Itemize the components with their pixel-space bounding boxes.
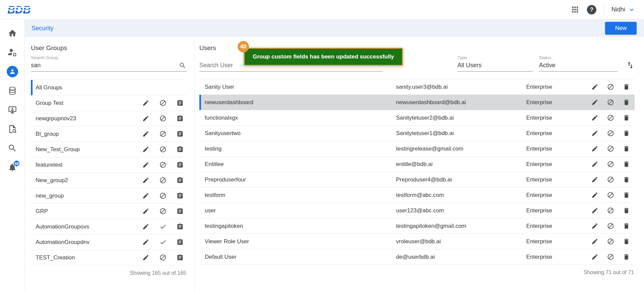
group-clipboard-icon[interactable] bbox=[177, 130, 184, 137]
block-user-icon[interactable] bbox=[607, 83, 614, 90]
group-block-icon[interactable] bbox=[159, 192, 166, 199]
group-row[interactable]: new_group bbox=[31, 188, 187, 204]
edit-group-icon[interactable] bbox=[142, 223, 149, 230]
edit-group-icon[interactable] bbox=[142, 115, 149, 122]
block-user-icon[interactable] bbox=[607, 176, 614, 183]
group-block-icon[interactable] bbox=[159, 208, 166, 215]
edit-group-icon[interactable] bbox=[142, 177, 149, 184]
group-block-icon[interactable] bbox=[159, 177, 166, 184]
block-user-icon[interactable] bbox=[607, 145, 614, 152]
group-clipboard-icon[interactable] bbox=[177, 146, 184, 153]
sidebar-item-search[interactable] bbox=[0, 138, 24, 158]
user-row[interactable]: Default User de@userbdb.ai Enterprise bbox=[199, 249, 635, 265]
bdb-logo[interactable]: BDB bbox=[7, 3, 50, 17]
user-row[interactable]: testing testingrelease@gmail.com Enterpr… bbox=[199, 141, 635, 157]
edit-group-icon[interactable] bbox=[142, 239, 149, 246]
sidebar-item-security[interactable] bbox=[0, 62, 24, 81]
group-block-icon[interactable] bbox=[159, 254, 166, 261]
group-clipboard-icon[interactable] bbox=[177, 239, 184, 246]
edit-user-icon[interactable] bbox=[591, 145, 598, 152]
type-select[interactable]: Type All Users bbox=[457, 55, 533, 72]
edit-group-icon[interactable] bbox=[142, 130, 149, 137]
user-menu[interactable]: Nidhi bbox=[611, 6, 635, 13]
all-groups-row[interactable]: All Groups bbox=[31, 80, 187, 95]
group-row[interactable]: New_Test_Group bbox=[31, 142, 187, 157]
delete-user-icon[interactable] bbox=[623, 114, 630, 121]
group-row[interactable]: BI_group bbox=[31, 126, 187, 142]
block-user-icon[interactable] bbox=[607, 99, 614, 106]
group-block-icon[interactable] bbox=[159, 161, 166, 168]
help-icon[interactable]: ? bbox=[587, 5, 596, 14]
edit-group-icon[interactable] bbox=[142, 208, 149, 215]
user-row[interactable]: Sanityusertwo Sanitytetuser1@bdb.ai Ente… bbox=[199, 126, 635, 141]
group-block-icon[interactable] bbox=[159, 99, 166, 107]
edit-group-icon[interactable] bbox=[142, 99, 149, 107]
edit-group-icon[interactable] bbox=[142, 161, 149, 168]
edit-user-icon[interactable] bbox=[591, 207, 598, 214]
user-row[interactable]: Preproduserfour Preproduser4@bdb.ai Ente… bbox=[199, 172, 635, 187]
sidebar-item-audit[interactable] bbox=[0, 119, 24, 138]
group-clipboard-icon[interactable] bbox=[177, 115, 184, 122]
sidebar-item-data-center[interactable] bbox=[0, 81, 24, 100]
group-row[interactable]: featuretest bbox=[31, 157, 187, 173]
edit-group-icon[interactable] bbox=[142, 192, 149, 199]
block-user-icon[interactable] bbox=[607, 114, 614, 121]
user-row[interactable]: Viewer Role User vroleuser@bdb.ai Enterp… bbox=[199, 234, 635, 249]
delete-user-icon[interactable] bbox=[623, 238, 630, 245]
group-block-icon[interactable] bbox=[159, 130, 166, 137]
user-row[interactable]: testingapitoken testingapitoken@gmail.co… bbox=[199, 218, 635, 234]
edit-user-icon[interactable] bbox=[591, 253, 598, 260]
sidebar-item-user-settings[interactable] bbox=[0, 43, 24, 62]
edit-user-icon[interactable] bbox=[591, 192, 598, 199]
sidebar-item-workspace[interactable] bbox=[0, 100, 24, 119]
group-clipboard-icon[interactable] bbox=[177, 161, 184, 168]
apps-grid-icon[interactable] bbox=[571, 5, 580, 14]
group-search-icon[interactable] bbox=[179, 62, 186, 69]
group-block-icon[interactable] bbox=[159, 115, 166, 122]
group-check-icon[interactable] bbox=[159, 223, 166, 230]
delete-user-icon[interactable] bbox=[623, 192, 630, 199]
group-clipboard-icon[interactable] bbox=[177, 177, 184, 184]
edit-user-icon[interactable] bbox=[591, 99, 598, 106]
delete-user-icon[interactable] bbox=[623, 161, 630, 168]
user-row[interactable]: newuserdashboard newuserdashboard@bdb.ai… bbox=[199, 95, 635, 110]
block-user-icon[interactable] bbox=[607, 253, 614, 260]
block-user-icon[interactable] bbox=[607, 130, 614, 137]
group-clipboard-icon[interactable] bbox=[177, 223, 184, 230]
edit-user-icon[interactable] bbox=[591, 130, 598, 137]
edit-user-icon[interactable] bbox=[591, 161, 598, 168]
delete-user-icon[interactable] bbox=[623, 222, 630, 229]
group-row[interactable]: GRP bbox=[31, 204, 187, 219]
delete-user-icon[interactable] bbox=[623, 83, 630, 90]
group-clipboard-icon[interactable] bbox=[177, 254, 184, 261]
delete-user-icon[interactable] bbox=[623, 99, 630, 106]
group-check-icon[interactable] bbox=[159, 239, 166, 246]
delete-user-icon[interactable] bbox=[623, 176, 630, 183]
new-button[interactable]: New bbox=[605, 22, 637, 35]
group-clipboard-icon[interactable] bbox=[177, 208, 184, 215]
block-user-icon[interactable] bbox=[607, 222, 614, 229]
user-row[interactable]: user user123@abc.com Enterprise bbox=[199, 203, 635, 218]
user-row[interactable]: Entitlee entitle@bdb.ai Enterprise bbox=[199, 157, 635, 172]
edit-user-icon[interactable] bbox=[591, 222, 598, 229]
group-clipboard-icon[interactable] bbox=[177, 192, 184, 199]
group-row[interactable]: newgrpupnov23 bbox=[31, 111, 187, 126]
group-clipboard-icon[interactable] bbox=[177, 99, 184, 107]
sidebar-item-home[interactable] bbox=[0, 24, 24, 43]
user-row[interactable]: functionalxgx Sanitytetuser2@bdb.ai Ente… bbox=[199, 110, 635, 126]
edit-user-icon[interactable] bbox=[591, 176, 598, 183]
status-select[interactable]: Status Active bbox=[539, 55, 618, 72]
delete-user-icon[interactable] bbox=[623, 145, 630, 152]
delete-user-icon[interactable] bbox=[623, 130, 630, 137]
group-row[interactable]: Group Test bbox=[31, 95, 187, 111]
sidebar-item-notifications[interactable]: 58 bbox=[0, 158, 24, 177]
delete-user-icon[interactable] bbox=[623, 253, 630, 260]
edit-group-icon[interactable] bbox=[142, 254, 149, 261]
delete-user-icon[interactable] bbox=[623, 207, 630, 214]
edit-user-icon[interactable] bbox=[591, 83, 598, 90]
block-user-icon[interactable] bbox=[607, 207, 614, 214]
user-row[interactable]: testform testform@abc.com Enterprise bbox=[199, 187, 635, 203]
block-user-icon[interactable] bbox=[607, 161, 614, 168]
edit-user-icon[interactable] bbox=[591, 238, 598, 245]
group-row[interactable]: AutomationGroupovs bbox=[31, 219, 187, 235]
